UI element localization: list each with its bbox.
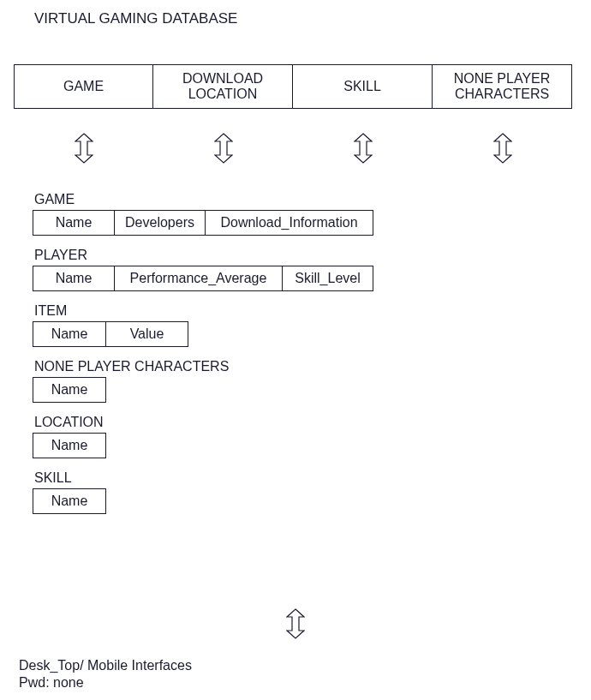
entity-game: GAME Name Developers Download_Informatio… [33,192,373,236]
field-row: Name Developers Download_Information [33,210,373,236]
tab-label: DOWNLOAD LOCATION [153,71,292,103]
tab-game[interactable]: GAME [14,64,153,109]
field-row: Name Performance_Average Skill_Level [33,266,373,291]
arrow-row-top [14,133,572,164]
entity-label: ITEM [34,303,373,319]
field-cell: Performance_Average [115,266,283,291]
field-cell: Value [106,321,188,347]
field-cell: Name [33,377,106,403]
entity-player: PLAYER Name Performance_Average Skill_Le… [33,248,373,291]
entity-label: PLAYER [34,248,373,263]
double-arrow-icon [493,133,512,164]
entity-item: ITEM Name Value [33,303,373,347]
tab-npc[interactable]: NONE PLAYER CHARACTERS [433,64,572,109]
field-cell: Developers [115,210,206,236]
double-arrow-icon [354,133,373,164]
entity-skill: SKILL Name [33,470,373,514]
tab-label: SKILL [343,79,381,94]
page-title: VIRTUAL GAMING DATABASE [34,10,237,27]
double-arrow-icon [75,133,93,164]
field-row: Name Value [33,321,373,347]
diagram-page: VIRTUAL GAMING DATABASE GAME DOWNLOAD LO… [0,0,591,700]
tab-label: NONE PLAYER CHARACTERS [433,71,571,103]
field-cell: Name [33,488,106,514]
tab-download-location[interactable]: DOWNLOAD LOCATION [153,64,293,109]
footer-line-1: Desk_Top/ Mobile Interfaces [19,657,192,674]
entity-label: GAME [34,192,373,207]
entity-location: LOCATION Name [33,415,373,458]
entity-npc: NONE PLAYER CHARACTERS Name [33,359,373,403]
entities: GAME Name Developers Download_Informatio… [33,192,373,526]
entity-label: LOCATION [34,415,373,430]
entity-label: NONE PLAYER CHARACTERS [34,359,373,374]
top-tabs: GAME DOWNLOAD LOCATION SKILL NONE PLAYER… [14,64,572,109]
entity-label: SKILL [34,470,373,486]
field-row: Name [33,433,373,458]
footer: Desk_Top/ Mobile Interfaces Pwd: none [19,657,192,691]
double-arrow-icon [286,608,305,639]
tab-skill[interactable]: SKILL [293,64,433,109]
arrow-bottom [0,608,591,639]
field-row: Name [33,488,373,514]
footer-line-2: Pwd: none [19,674,192,691]
double-arrow-icon [214,133,233,164]
field-cell: Name [33,266,115,291]
field-cell: Download_Information [206,210,373,236]
field-cell: Skill_Level [283,266,373,291]
field-cell: Name [33,210,115,236]
field-cell: Name [33,433,106,458]
field-cell: Name [33,321,106,347]
tab-label: GAME [63,79,104,94]
field-row: Name [33,377,373,403]
